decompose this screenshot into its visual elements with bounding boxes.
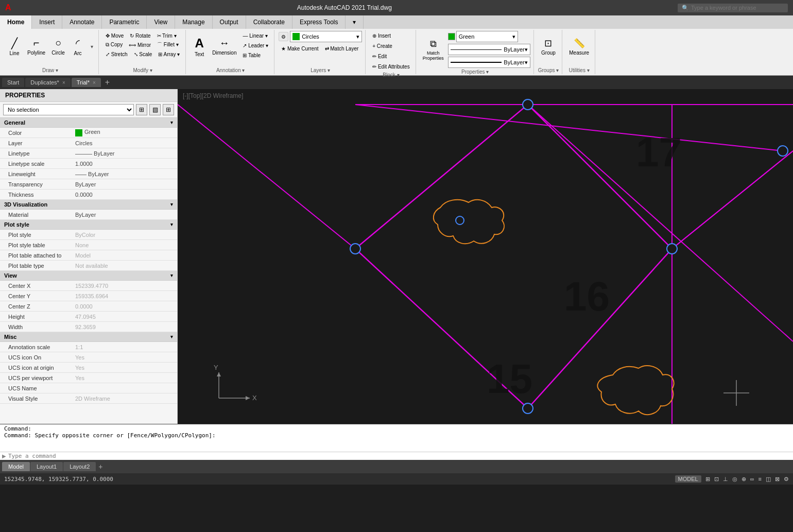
modify-stretch-button[interactable]: ⤢ Stretch <box>103 49 130 59</box>
quick-select-button[interactable]: ⊞ <box>163 104 174 115</box>
ortho-icon[interactable]: ⊥ <box>723 476 728 483</box>
layout-tab-layout1[interactable]: Layout1 <box>30 462 63 471</box>
prop-linetype-value[interactable]: ——— ByLayer <box>72 149 177 158</box>
drawing-canvas[interactable]: 17 16 15 X Y <box>178 89 793 424</box>
lineweight-status-icon[interactable]: ≡ <box>758 476 762 482</box>
tab-duplicates[interactable]: Duplicates* × <box>25 78 70 87</box>
annotation-text-button[interactable]: A Text <box>190 31 209 62</box>
prop-material-value[interactable]: ByLayer <box>72 211 177 219</box>
layer-properties-button[interactable]: ⚙ <box>279 32 288 41</box>
command-input[interactable] <box>8 453 791 459</box>
modify-fillet-button[interactable]: ⌒ Fillet ▾ <box>154 40 181 49</box>
block-insert-button[interactable]: ⊕ Insert <box>370 31 393 40</box>
ribbon-group-modify: ✥ Move ↻ Rotate ✂ Trim ▾ ⧉ Copy ⟺ Mirror… <box>100 30 186 74</box>
section-3d-header[interactable]: 3D Visualization ▾ <box>0 200 177 210</box>
tab-express-tools[interactable]: Express Tools <box>292 15 346 29</box>
prop-transparency-value[interactable]: ByLayer <box>72 180 177 188</box>
modify-trim-button[interactable]: ✂ Trim ▾ <box>154 31 179 40</box>
prop-center-y-row: Center Y 159335.6964 <box>0 291 177 301</box>
snap-icon[interactable]: ⊡ <box>714 476 719 483</box>
select-objects-button[interactable]: ▧ <box>149 104 161 115</box>
make-current-button[interactable]: ★ Make Current <box>279 44 321 53</box>
annotation-dimension-button[interactable]: ↔ Dimension <box>210 31 239 62</box>
prop-visual-style-value: 2D Wireframe <box>72 394 177 403</box>
tab-collaborate[interactable]: Collaborate <box>246 15 292 29</box>
utilities-items: 📏 Measure <box>566 31 592 66</box>
command-line-2: Command: Specify opposite corner or [Fen… <box>4 432 789 439</box>
section-misc-header[interactable]: Misc ▾ <box>0 332 177 342</box>
osnap-icon[interactable]: ⊕ <box>742 476 746 483</box>
draw-arc-button[interactable]: ◜ Arc <box>68 31 87 62</box>
svg-text:Y: Y <box>214 364 218 371</box>
tab-manage[interactable]: Manage <box>175 15 212 29</box>
linetype-dropdown[interactable]: ByLayer ▾ <box>448 44 530 55</box>
prop-thickness-value[interactable]: 0.0000 <box>72 191 177 199</box>
layer-dropdown[interactable]: Circles ▾ <box>290 31 362 42</box>
modify-rotate-button[interactable]: ↻ Rotate <box>127 31 153 40</box>
tab-view[interactable]: View <box>147 15 175 29</box>
search-box[interactable]: 🔍 <box>678 4 788 12</box>
tab-annotate[interactable]: Annotate <box>62 15 102 29</box>
section-general-header[interactable]: General ▾ <box>0 118 177 128</box>
selection-icon[interactable]: ⊠ <box>775 476 780 483</box>
prop-color-value[interactable]: Green <box>72 128 177 137</box>
annotation-table-button[interactable]: ⊞ Table <box>240 50 271 60</box>
lineweight-dropdown[interactable]: ByLayer ▾ <box>448 57 530 68</box>
block-group-label: Block ▾ <box>383 71 399 78</box>
tab-start[interactable]: Start <box>2 78 24 87</box>
canvas-area[interactable]: [-][Top][2D Wireframe] <box>178 89 793 424</box>
properties-match-row: ⧉ MatchProperties Green ▾ <box>420 31 530 68</box>
select-all-button[interactable]: ⊞ <box>136 104 147 115</box>
tab-duplicates-close[interactable]: × <box>62 80 65 85</box>
modify-mirror-button[interactable]: ⟺ Mirror <box>126 40 153 49</box>
draw-polyline-button[interactable]: ⌐ Polyline <box>25 31 48 62</box>
prop-ucs-name-row: UCS Name <box>0 383 177 393</box>
search-input[interactable] <box>691 5 784 11</box>
block-edit-attr-button[interactable]: ✏ Edit Attributes <box>370 62 412 71</box>
tab-output[interactable]: Output <box>213 15 246 29</box>
grid-icon[interactable]: ⊞ <box>705 476 710 483</box>
match-properties-button[interactable]: ⧉ MatchProperties <box>420 34 446 65</box>
add-layout-button[interactable]: + <box>96 462 105 471</box>
measure-button[interactable]: 📏 Measure <box>566 31 592 62</box>
transparency-icon[interactable]: ◫ <box>766 476 771 483</box>
block-edit-button[interactable]: ✏ Edit <box>370 52 389 61</box>
prop-layer-value[interactable]: Circles <box>72 139 177 147</box>
tab-home[interactable]: Home <box>0 15 32 29</box>
tab-insert[interactable]: Insert <box>32 15 62 29</box>
group-button[interactable]: ⊡ Group <box>539 31 558 62</box>
modify-scale-button[interactable]: ⤡ Scale <box>131 49 155 59</box>
block-create-button[interactable]: + Create <box>370 41 395 50</box>
prop-linetype-scale-value[interactable]: 1.0000 <box>72 160 177 168</box>
section-view-header[interactable]: View ▾ <box>0 271 177 281</box>
new-tab-button[interactable]: + <box>102 78 113 87</box>
polar-icon[interactable]: ◎ <box>732 476 737 483</box>
modify-move-button[interactable]: ✥ Move <box>103 31 126 40</box>
annotation-leader-button[interactable]: ↗ Leader ▾ <box>240 41 271 50</box>
annotation-linear-button[interactable]: — Linear ▾ <box>240 31 271 40</box>
layout-tabs-bar: Model Layout1 Layout2 + <box>0 460 793 473</box>
layout-tab-layout2[interactable]: Layout2 <box>63 462 96 471</box>
color-dropdown[interactable]: Green ▾ <box>456 31 518 42</box>
annotation-scale-icon[interactable]: ⚙ <box>784 476 789 483</box>
draw-line-button[interactable]: ╱ Line <box>5 31 24 62</box>
prop-lineweight-value[interactable]: —— ByLayer <box>72 170 177 178</box>
layout-tab-model[interactable]: Model <box>2 462 30 471</box>
selection-dropdown[interactable]: No selection <box>3 104 134 115</box>
match-layer-button[interactable]: ⇄ Match Layer <box>322 44 361 53</box>
otrack-icon[interactable]: ∞ <box>750 476 754 482</box>
tab-trial-close[interactable]: × <box>93 80 96 85</box>
dimension-icon: ↔ <box>219 37 230 49</box>
tab-parametric[interactable]: Parametric <box>102 15 147 29</box>
ribbon-group-draw: ╱ Line ⌐ Polyline ○ Circle ◜ Arc ▾ <box>2 30 99 74</box>
prop-plot-style-table-label: Plot style table <box>0 241 72 249</box>
draw-circle-button[interactable]: ○ Circle <box>49 31 67 62</box>
svg-point-13 <box>667 244 677 254</box>
modify-array-button[interactable]: ⊞ Array ▾ <box>156 49 182 59</box>
tab-more[interactable]: ▾ <box>346 15 364 29</box>
draw-more-button[interactable]: ▾ <box>88 31 95 62</box>
tab-trial[interactable]: Trial* × <box>72 78 101 87</box>
prop-linetype-row: Linetype ——— ByLayer <box>0 148 177 159</box>
section-plot-header[interactable]: Plot style ▾ <box>0 220 177 230</box>
modify-copy-button[interactable]: ⧉ Copy <box>103 40 125 49</box>
